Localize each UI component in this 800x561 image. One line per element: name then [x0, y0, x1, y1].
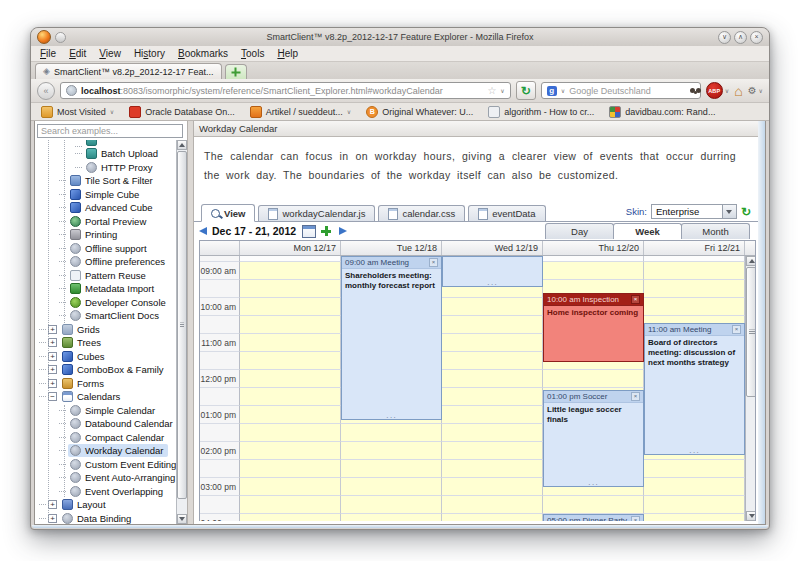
view-button-day[interactable]: Day	[545, 223, 614, 239]
skin-select[interactable]: Enterprise	[651, 204, 737, 219]
tree-item[interactable]: Printing	[68, 228, 121, 241]
sidebar-item-pattern-reuse[interactable]: Pattern Reuse	[35, 269, 177, 283]
calendar-cell[interactable]	[240, 424, 341, 442]
calendar-event[interactable]: 05:00 pm Dinner Party×	[543, 514, 644, 521]
sidebar-search-input[interactable]	[37, 124, 183, 138]
close-icon[interactable]: ×	[732, 325, 741, 334]
tree-item[interactable]	[84, 140, 105, 147]
calendar-cell[interactable]	[240, 352, 341, 370]
bookmark-item[interactable]: Oracle Database On...	[129, 106, 235, 118]
dropdown-button[interactable]	[722, 205, 736, 218]
adblock-button[interactable]: ABP ∨	[706, 82, 729, 99]
tree-item[interactable]: Developer Console	[68, 296, 170, 309]
calendar-event[interactable]: 11:00 am Meeting×Board of directors meet…	[644, 323, 745, 455]
sidebar-item-workday-calendar[interactable]: Workday Calendar	[35, 444, 177, 458]
event-header[interactable]: 05:00 pm Dinner Party×	[544, 515, 643, 521]
sidebar-item-portal-preview[interactable]: Portal Preview	[35, 215, 177, 229]
next-week-button[interactable]	[339, 227, 347, 235]
refresh-skin-icon[interactable]: ↻	[741, 206, 751, 218]
sidebar-item-calendars[interactable]: −Calendars	[35, 390, 177, 404]
tree-item[interactable]: ComboBox & Family	[60, 363, 168, 376]
event-header[interactable]: 01:00 pm Soccer×	[544, 391, 643, 403]
google-icon[interactable]: g	[547, 86, 557, 96]
reload-button[interactable]: ↻	[516, 81, 536, 100]
sidebar-item-offline-support[interactable]: Offline support	[35, 242, 177, 256]
calendar-cell[interactable]	[442, 514, 543, 521]
calendar-cell[interactable]	[543, 496, 644, 514]
tree-item[interactable]: Offline preferences	[68, 255, 169, 268]
calendar-cell[interactable]	[442, 370, 543, 388]
close-icon[interactable]: ×	[429, 258, 438, 267]
calendar-cell[interactable]	[341, 424, 442, 442]
browser-tab[interactable]: ◈ SmartClient™ v8.2p_2012-12-17 Feat...	[35, 63, 222, 79]
tree-item[interactable]: Event Overlapping	[68, 485, 167, 498]
sidebar-item-cubes[interactable]: +Cubes	[35, 350, 177, 364]
calendar-cell[interactable]	[644, 280, 745, 298]
sidebar-item-printing[interactable]: Printing	[35, 228, 177, 242]
calendar-cell[interactable]	[644, 298, 745, 316]
sidebar-item-layout[interactable]: +Layout	[35, 498, 177, 512]
tree-item[interactable]: SmartClient Docs	[68, 309, 163, 322]
calendar-cell[interactable]	[341, 442, 442, 460]
sidebar-item-databound-calendar[interactable]: Databound Calendar	[35, 417, 177, 431]
tree-item[interactable]: Compact Calendar	[68, 431, 168, 444]
scroll-up-button[interactable]	[746, 256, 755, 266]
calendar-cell[interactable]	[442, 388, 543, 406]
bookmark-star-icon[interactable]: ☆	[487, 86, 496, 96]
calendar-cell[interactable]	[240, 280, 341, 298]
calendar-cell[interactable]	[341, 496, 442, 514]
expand-icon[interactable]: +	[48, 500, 57, 509]
titlebar-menu-button[interactable]	[55, 32, 66, 43]
calendar-cell[interactable]	[240, 262, 341, 280]
collapse-icon[interactable]: −	[48, 392, 57, 401]
sidebar-item-batch-upload[interactable]: Batch Upload	[35, 147, 177, 161]
calendar-cell[interactable]	[240, 460, 341, 478]
search-bar[interactable]: g ∨ Google Deutschland	[541, 82, 701, 99]
sidebar-item-http-proxy[interactable]: HTTP Proxy	[35, 161, 177, 175]
sidebar-item-forms[interactable]: +Forms	[35, 377, 177, 391]
view-button-month[interactable]: Month	[681, 223, 750, 239]
calendar-cell[interactable]	[644, 460, 745, 478]
calendar-cell[interactable]	[240, 316, 341, 334]
tree-item[interactable]: Custom Event Editing	[68, 458, 177, 471]
calendar-cell[interactable]	[644, 514, 745, 521]
tree-item[interactable]: Grids	[60, 323, 104, 336]
menu-help[interactable]: Help	[277, 48, 298, 59]
tree-item[interactable]: Advanced Cube	[68, 201, 157, 214]
calendar-event[interactable]: 09:00 am Meeting×Shareholders meeting: m…	[341, 256, 442, 420]
menu-edit[interactable]: Edit	[69, 48, 86, 59]
calendar-cell[interactable]	[442, 352, 543, 370]
resize-handle[interactable]: ···	[689, 450, 700, 455]
calendar-cell[interactable]	[341, 460, 442, 478]
back-button[interactable]: «	[37, 82, 55, 100]
sidebar-item-partial[interactable]	[35, 140, 177, 147]
sidebar-item-grids[interactable]: +Grids	[35, 323, 177, 337]
tree-item[interactable]: Trees	[60, 336, 105, 349]
tree-item[interactable]: Offline support	[68, 242, 151, 255]
sidebar-item-metadata-import[interactable]: Metadata Import	[35, 282, 177, 296]
tab-eventdata[interactable]: eventData	[468, 205, 545, 221]
sidebar-item-simple-cube[interactable]: Simple Cube	[35, 188, 177, 202]
view-button-week[interactable]: Week	[613, 223, 682, 239]
sidebar-item-tile-sort-filter[interactable]: Tile Sort & Filter	[35, 174, 177, 188]
calendar-cell[interactable]	[240, 478, 341, 496]
sidebar-item-event-overlapping[interactable]: Event Overlapping	[35, 485, 177, 499]
menu-tools[interactable]: Tools	[241, 48, 264, 59]
titlebar[interactable]: SmartClient™ v8.2p_2012-12-17 Feature Ex…	[31, 28, 769, 46]
tab-workdaycalendar-js[interactable]: workdayCalendar.js	[258, 205, 375, 221]
bookmark-item[interactable]: Artikel / sueddeut...∨	[250, 106, 351, 118]
event-header[interactable]: 10:00 am Inspection×	[544, 294, 643, 306]
sidebar-scrollbar[interactable]	[176, 140, 187, 524]
sidebar-item-developer-console[interactable]: Developer Console	[35, 296, 177, 310]
binoculars-icon[interactable]	[690, 88, 695, 93]
resize-handle[interactable]: ···	[386, 415, 397, 420]
sidebar-item-advanced-cube[interactable]: Advanced Cube	[35, 201, 177, 215]
tree-item[interactable]: Databound Calendar	[68, 417, 177, 430]
calendar-cell[interactable]	[543, 370, 644, 388]
chevron-down-icon[interactable]: ∨	[500, 88, 504, 94]
expand-icon[interactable]: +	[48, 352, 57, 361]
tree-item[interactable]: Event Auto-Arranging	[68, 471, 177, 484]
toolbox-button[interactable]: ⚙∨	[748, 85, 763, 96]
calendar-cell[interactable]	[442, 298, 543, 316]
event-header[interactable]: 11:00 am Meeting×	[645, 324, 744, 336]
